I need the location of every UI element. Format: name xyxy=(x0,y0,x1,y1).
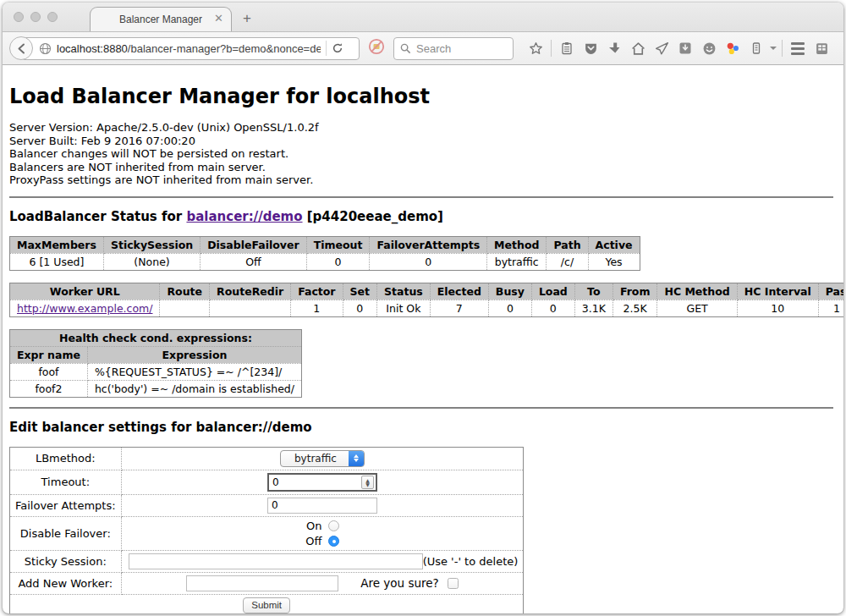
on-label: On xyxy=(306,520,321,532)
tab-title: Balancer Manager xyxy=(119,14,202,25)
are-you-sure-label: Are you sure? xyxy=(360,576,439,590)
home-icon[interactable] xyxy=(626,36,650,60)
chevron-down-icon[interactable] xyxy=(770,47,777,50)
content-blocked-icon[interactable] xyxy=(368,38,385,58)
server-version: Server Version: Apache/2.5.0-dev (Unix) … xyxy=(9,121,833,135)
table-row: 6 [1 Used] (None) Off 0 0 bytraffic /c/ … xyxy=(10,253,640,270)
health-table-title: Health check cond. expressions: xyxy=(10,329,302,346)
url-bar[interactable]: localhost:8880/balancer-manager?b=demo&n… xyxy=(21,37,360,60)
lbmethod-label: LBmethod: xyxy=(10,447,122,470)
bookmark-star-icon[interactable] xyxy=(524,36,547,60)
page-title: Load Balancer Manager for localhost xyxy=(9,85,833,108)
table-row: http://www.example.com/ 1 0 Init Ok 7 0 … xyxy=(10,300,844,316)
new-tab-button[interactable]: + xyxy=(243,11,251,25)
timeout-label: Timeout: xyxy=(10,470,122,494)
minimize-window-button[interactable] xyxy=(30,12,41,22)
divider xyxy=(9,196,833,198)
server-info: Server Version: Apache/2.5.0-dev (Unix) … xyxy=(9,121,833,187)
container-icon[interactable] xyxy=(744,36,768,60)
chat-smiley-icon[interactable] xyxy=(697,36,721,60)
proxypass-note: ProxyPass settings are NOT inherited fro… xyxy=(9,173,833,187)
zoom-window-button[interactable] xyxy=(47,12,58,22)
add-worker-input[interactable] xyxy=(186,575,338,591)
tab-bar: Balancer Manager ✕ + xyxy=(3,3,843,31)
send-plane-icon[interactable] xyxy=(650,36,673,60)
colored-dots-icon[interactable] xyxy=(721,36,744,60)
failover-attempts-input[interactable] xyxy=(267,498,377,514)
are-you-sure-checkbox[interactable] xyxy=(448,578,459,589)
table-row: foof2 hc('body') =~ /domain is establish… xyxy=(10,380,302,397)
navigation-toolbar: localhost:8880/balancer-manager?b=demo&n… xyxy=(3,31,843,65)
reading-list-icon[interactable] xyxy=(555,36,579,60)
failover-attempts-label: Failover Attempts: xyxy=(10,494,122,516)
table-row: foof %{REQUEST_STATUS} =~ /^[234]/ xyxy=(10,363,302,380)
search-bar[interactable]: Search xyxy=(393,37,514,60)
edit-settings-heading: Edit balancer settings for balancer://de… xyxy=(9,420,833,435)
sticky-session-input[interactable] xyxy=(129,553,423,569)
balancer-status-table: MaxMembers StickySession DisableFailover… xyxy=(9,236,640,271)
browser-window: Balancer Manager ✕ + localhost:8880/bala… xyxy=(3,3,843,613)
search-placeholder: Search xyxy=(416,42,451,55)
failover-on-radio[interactable] xyxy=(328,520,339,531)
disable-failover-label: Disable Failover: xyxy=(10,516,122,550)
status-heading: LoadBalancer Status for balancer://demo … xyxy=(9,209,833,224)
window-controls xyxy=(14,12,58,22)
site-identity-globe-icon xyxy=(39,42,52,55)
search-icon xyxy=(400,43,411,54)
back-arrow-icon xyxy=(15,42,28,55)
sticky-session-label: Sticky Session: xyxy=(10,550,122,572)
off-label: Off xyxy=(305,535,321,547)
tab-close-icon[interactable]: ✕ xyxy=(214,13,223,24)
submit-button[interactable]: Submit xyxy=(243,597,290,613)
pages-icon[interactable] xyxy=(810,36,833,60)
pocket-icon[interactable] xyxy=(579,36,602,60)
url-text: localhost:8880/balancer-manager?b=demo&n… xyxy=(57,42,321,55)
save-to-device-icon[interactable] xyxy=(673,36,697,60)
reload-icon[interactable] xyxy=(332,42,343,54)
balancer-settings-form: LBmethod: bytraffic Timeout: ▲▼ xyxy=(9,447,524,614)
menu-icon[interactable] xyxy=(786,36,810,60)
server-built: Server Built: Feb 9 2016 07:00:20 xyxy=(9,135,833,148)
timeout-input[interactable] xyxy=(269,476,361,488)
back-button[interactable] xyxy=(9,36,33,60)
browser-tab[interactable]: Balancer Manager ✕ xyxy=(90,7,232,31)
failover-off-radio[interactable] xyxy=(328,536,339,547)
health-check-table: Health check cond. expressions: Expr nam… xyxy=(9,329,302,398)
add-worker-label: Add New Worker: xyxy=(10,572,122,594)
timeout-input-wrap: ▲▼ xyxy=(267,473,377,492)
select-stepper-icon xyxy=(349,450,364,467)
divider xyxy=(9,407,833,409)
close-window-button[interactable] xyxy=(14,12,24,22)
lbmethod-select[interactable]: bytraffic xyxy=(280,450,365,467)
balancer-link[interactable]: balancer://demo xyxy=(186,209,302,224)
persist-note: Balancer changes will NOT be persisted o… xyxy=(9,147,833,161)
number-stepper-icon[interactable]: ▲▼ xyxy=(361,476,374,489)
worker-url-link[interactable]: http://www.example.com/ xyxy=(17,302,152,315)
download-icon[interactable] xyxy=(602,36,626,60)
inherit-note: Balancers are NOT inherited from main se… xyxy=(9,161,833,174)
sticky-session-hint: (Use '-' to delete) xyxy=(423,555,519,568)
page-content: Load Balancer Manager for localhost Serv… xyxy=(3,65,843,613)
worker-status-table: Worker URL Route RouteRedir Factor Set S… xyxy=(9,283,843,317)
